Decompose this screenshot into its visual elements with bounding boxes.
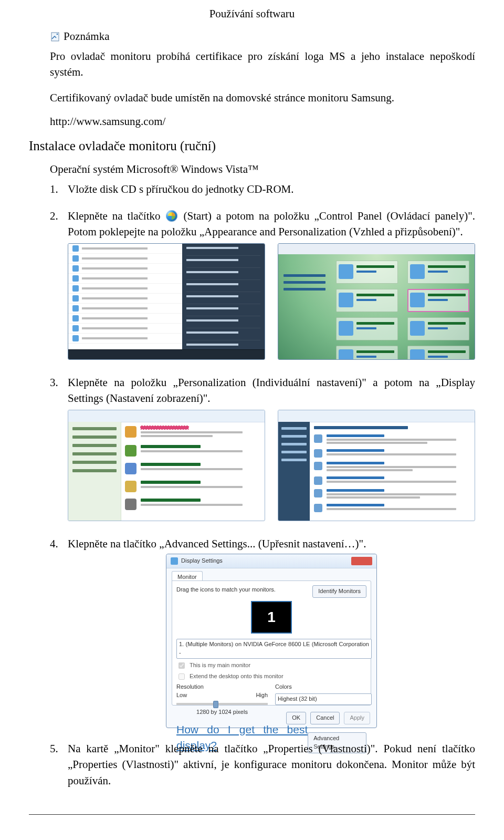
extend-desktop-checkbox <box>178 673 185 680</box>
slider-high: High <box>256 691 268 700</box>
screenshot-start-menu <box>68 243 265 360</box>
note-para-1: Pro ovladač monitoru probíhá certifikace… <box>50 48 475 80</box>
cancel-button: Cancel <box>310 712 340 724</box>
monitor-preview: 1 <box>251 601 292 634</box>
step-2: Klepněte na tlačítko (Start) a potom na … <box>50 208 475 360</box>
ok-button: OK <box>286 712 306 724</box>
slider-low: Low <box>176 691 187 700</box>
section-heading: Instalace ovladače monitoru (ruční) <box>29 139 475 153</box>
step-2-text-a: Klepněte na tlačítko <box>68 210 165 222</box>
window-title: Display Settings <box>181 557 223 565</box>
screenshot-control-panel <box>278 243 475 360</box>
svg-point-1 <box>57 33 58 35</box>
main-monitor-label: This is my main monitor <box>190 661 250 670</box>
resolution-label: Resolution <box>176 683 268 691</box>
screenshot-appearance-panel <box>68 410 265 521</box>
extend-desktop-label: Extend the desktop onto this monitor <box>190 672 284 681</box>
device-dropdown: 1. (Multiple Monitors) on NVIDIA GeForce… <box>176 639 372 659</box>
main-monitor-checkbox <box>178 662 185 669</box>
close-icon <box>351 557 372 565</box>
note-para-2: Certifikovaný ovladač bude umístěn na do… <box>50 90 475 106</box>
step-3: Klepněte na položku „Personalization (In… <box>50 375 475 521</box>
windows-start-orb-icon <box>166 210 177 222</box>
note-label: Poznámka <box>64 30 109 43</box>
apply-button: Apply <box>344 712 370 724</box>
step-4-text: Klepněte na tlačítko „Advanced Settings.… <box>68 537 366 550</box>
note-icon <box>50 32 60 42</box>
step-4: Klepněte na tlačítko „Advanced Settings.… <box>50 536 475 728</box>
section-subhead: Operační systém Microsoft® Windows Vista… <box>50 163 475 176</box>
screenshot-display-settings: Display Settings Monitor Drag the icons … <box>166 554 377 728</box>
screenshot-personalization <box>278 410 475 521</box>
step-3-text: Klepněte na položku „Personalization (In… <box>68 376 475 405</box>
resolution-slider <box>176 703 268 705</box>
identify-monitors-button: Identify Monitors <box>312 585 366 598</box>
note-url: http://www.samsung.com/ <box>50 115 475 128</box>
colors-label: Colors <box>275 683 366 691</box>
step-5: Na kartě „Monitor" klepněte na tlačítko … <box>50 741 475 789</box>
colors-dropdown: Highest (32 bit) <box>275 693 372 705</box>
page-header: Používání softwaru <box>0 0 504 30</box>
drag-hint: Drag the icons to match your monitors. <box>176 586 276 594</box>
step-1: Vložte disk CD s příručkou do jednotky C… <box>50 181 475 197</box>
window-icon <box>171 557 178 565</box>
footer-rule <box>29 814 475 815</box>
